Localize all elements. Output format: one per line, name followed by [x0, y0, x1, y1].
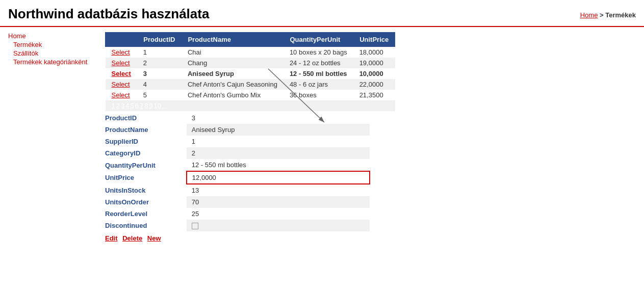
col-select — [106, 33, 137, 47]
detail-value: Aniseed Syrup — [187, 124, 370, 136]
qty-cell: 36 boxes — [284, 90, 353, 100]
price-cell: 21,3500 — [353, 90, 395, 100]
product-id-cell: 5 — [137, 90, 182, 100]
detail-row: SupplierID1 — [105, 136, 370, 147]
edit-link[interactable]: Edit — [105, 234, 118, 242]
qty-cell: 12 - 550 ml bottles — [284, 68, 353, 79]
detail-row: Discontinued — [105, 220, 370, 231]
detail-value: 2 — [187, 147, 370, 159]
table-row: Select 1 Chai 10 boxes x 20 bags 18,0000 — [106, 47, 395, 58]
detail-table: ProductID3ProductNameAniseed SyrupSuppli… — [105, 112, 370, 231]
select-link[interactable]: Select — [112, 59, 130, 67]
price-cell: 19,0000 — [353, 58, 395, 68]
select-link[interactable]: Select — [112, 48, 130, 56]
page-link[interactable]: 7 — [140, 102, 143, 110]
select-link[interactable]: Select — [112, 70, 131, 77]
select-cell: Select — [106, 58, 137, 68]
pagination-row: 12345678910... — [106, 100, 395, 111]
page-link[interactable]: 5 — [130, 102, 134, 110]
page-link[interactable]: ... — [162, 102, 168, 110]
sidebar-item-home[interactable]: Home — [8, 32, 89, 40]
detail-row: QuantityPerUnit12 - 550 ml bottles — [105, 159, 370, 171]
qty-cell: 48 - 6 oz jars — [284, 79, 353, 90]
product-name-cell: Aniseed Syrup — [182, 68, 284, 79]
col-qty: QuantityPerUnit — [284, 33, 353, 47]
detail-value: 13 — [187, 184, 370, 196]
discontinued-checkbox[interactable] — [192, 223, 198, 229]
page-link[interactable]: 9 — [149, 102, 152, 110]
detail-row: UnitPrice12,0000 — [105, 171, 370, 184]
select-cell: Select — [106, 47, 137, 58]
price-cell: 22,0000 — [353, 79, 395, 90]
breadcrumb-current: Termékek — [605, 11, 636, 19]
page-link[interactable]: 4 — [125, 102, 129, 110]
page-title: Northwind adatbázis használata — [8, 6, 209, 22]
detail-key: UnitsInStock — [105, 184, 187, 196]
product-name-cell: Chai — [182, 47, 284, 58]
breadcrumb-home-link[interactable]: Home — [580, 11, 598, 19]
detail-key: UnitsOnOrder — [105, 196, 187, 208]
detail-key: Discontinued — [105, 220, 187, 231]
detail-row: CategoryID2 — [105, 147, 370, 159]
delete-link[interactable]: Delete — [122, 234, 142, 242]
sidebar: Home Termékek Szállítók Termékek kategór… — [0, 27, 97, 249]
product-name-cell: Chang — [182, 58, 284, 68]
select-link[interactable]: Select — [112, 91, 130, 99]
detail-value: 1 — [187, 136, 370, 147]
breadcrumb-separator: > — [600, 11, 605, 19]
product-id-cell: 3 — [137, 68, 182, 79]
page-link[interactable]: 1 — [112, 102, 115, 110]
select-link[interactable]: Select — [112, 81, 130, 88]
detail-key: QuantityPerUnit — [105, 159, 187, 171]
detail-value: 25 — [187, 208, 370, 220]
table-row: Select 2 Chang 24 - 12 oz bottles 19,000… — [106, 58, 395, 68]
product-name-cell: Chef Anton's Cajun Seasoning — [182, 79, 284, 90]
detail-key: ProductID — [105, 112, 187, 124]
select-cell: Select — [106, 68, 137, 79]
detail-value — [187, 220, 370, 231]
table-row: Select 3 Aniseed Syrup 12 - 550 ml bottl… — [106, 68, 395, 79]
sidebar-item-termekek-kat[interactable]: Termékek kategóriánként — [8, 58, 89, 66]
table-row: Select 4 Chef Anton's Cajun Seasoning 48… — [106, 79, 395, 90]
detail-key: UnitPrice — [105, 171, 187, 184]
detail-row: UnitsInStock13 — [105, 184, 370, 196]
detail-key: CategoryID — [105, 147, 187, 159]
detail-row: ProductID3 — [105, 112, 370, 124]
page-link[interactable]: 6 — [135, 102, 139, 110]
col-productname: ProductName — [182, 33, 284, 47]
qty-cell: 10 boxes x 20 bags — [284, 47, 353, 58]
price-cell: 18,0000 — [353, 47, 395, 58]
detail-row: UnitsOnOrder70 — [105, 196, 370, 208]
breadcrumb: Home > Termékek — [580, 11, 636, 19]
detail-value: 12,0000 — [187, 171, 370, 184]
new-link[interactable]: New — [147, 234, 161, 242]
page-link[interactable]: 10 — [154, 102, 161, 110]
page-link[interactable]: 8 — [144, 102, 148, 110]
table-row: Select 5 Chef Anton's Gumbo Mix 36 boxes… — [106, 90, 395, 100]
product-id-cell: 4 — [137, 79, 182, 90]
action-links: Edit Delete New — [105, 231, 636, 244]
detail-key: SupplierID — [105, 136, 187, 147]
sidebar-item-termekek[interactable]: Termékek — [8, 41, 89, 48]
product-id-cell: 2 — [137, 58, 182, 68]
main-content: ProductID ProductName QuantityPerUnit Un… — [97, 27, 644, 249]
detail-key: ReorderLevel — [105, 208, 187, 220]
products-table: ProductID ProductName QuantityPerUnit Un… — [105, 32, 395, 111]
detail-row: ProductNameAniseed Syrup — [105, 124, 370, 136]
detail-value: 3 — [187, 112, 370, 124]
qty-cell: 24 - 12 oz bottles — [284, 58, 353, 68]
col-price: UnitPrice — [353, 33, 395, 47]
page-link[interactable]: 2 — [116, 102, 120, 110]
detail-row: ReorderLevel25 — [105, 208, 370, 220]
product-id-cell: 1 — [137, 47, 182, 58]
detail-value: 70 — [187, 196, 370, 208]
col-productid: ProductID — [137, 33, 182, 47]
price-cell: 10,0000 — [353, 68, 395, 79]
select-cell: Select — [106, 90, 137, 100]
sidebar-item-szallitok[interactable]: Szállítók — [8, 49, 89, 57]
select-cell: Select — [106, 79, 137, 90]
detail-value: 12 - 550 ml bottles — [187, 159, 370, 171]
page-link[interactable]: 3 — [121, 102, 124, 110]
detail-key: ProductName — [105, 124, 187, 136]
product-name-cell: Chef Anton's Gumbo Mix — [182, 90, 284, 100]
